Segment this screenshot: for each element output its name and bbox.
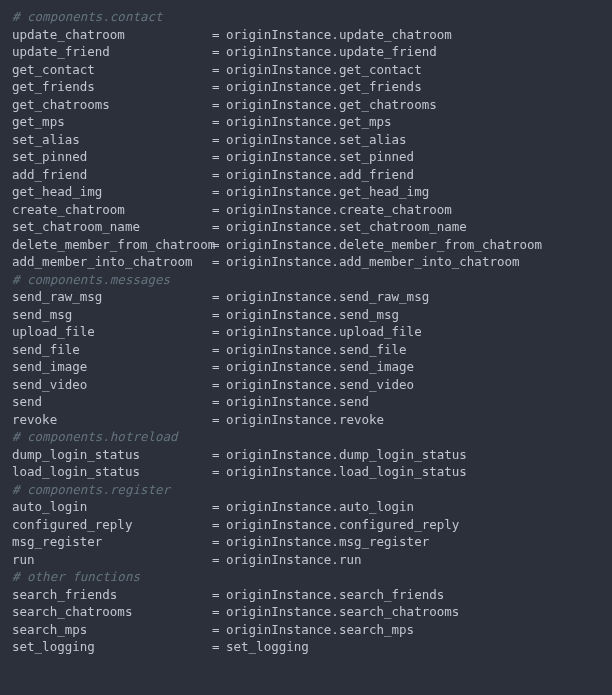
rhs-method: get_contact (339, 62, 422, 77)
assign-rhs: originInstance.add_friend (226, 166, 414, 184)
assign-lhs: auto_login (12, 498, 212, 516)
assign-lhs: run (12, 551, 212, 569)
dot: . (331, 202, 339, 217)
equals-sign: = (212, 376, 226, 394)
rhs-object: originInstance (226, 97, 331, 112)
assign-lhs: upload_file (12, 323, 212, 341)
equals-sign: = (212, 26, 226, 44)
assign-rhs: originInstance.search_friends (226, 586, 444, 604)
dot: . (331, 622, 339, 637)
comment-text: # components.contact (12, 8, 163, 26)
rhs-method: set_chatroom_name (339, 219, 467, 234)
assign-lhs: get_mps (12, 113, 212, 131)
code-comment: # components.messages (12, 271, 600, 289)
assign-lhs: get_contact (12, 61, 212, 79)
code-line: send= originInstance.send (12, 393, 600, 411)
assign-rhs: originInstance.search_mps (226, 621, 414, 639)
code-line: upload_file= originInstance.upload_file (12, 323, 600, 341)
rhs-object: originInstance (226, 552, 331, 567)
rhs-object: originInstance (226, 447, 331, 462)
code-line: send_image= originInstance.send_image (12, 358, 600, 376)
code-line: send_video= originInstance.send_video (12, 376, 600, 394)
dot: . (331, 377, 339, 392)
assign-rhs: originInstance.msg_register (226, 533, 429, 551)
code-line: add_member_into_chatroom= originInstance… (12, 253, 600, 271)
equals-sign: = (212, 586, 226, 604)
rhs-method: add_member_into_chatroom (339, 254, 520, 269)
rhs-object: originInstance (226, 499, 331, 514)
code-line: send_raw_msg= originInstance.send_raw_ms… (12, 288, 600, 306)
dot: . (331, 307, 339, 322)
rhs-method: send_msg (339, 307, 399, 322)
dot: . (331, 167, 339, 182)
rhs-method: dump_login_status (339, 447, 467, 462)
dot: . (331, 289, 339, 304)
rhs-method: add_friend (339, 167, 414, 182)
rhs-method: search_chatrooms (339, 604, 459, 619)
dot: . (331, 412, 339, 427)
assign-rhs: originInstance.send_image (226, 358, 414, 376)
dot: . (331, 44, 339, 59)
assign-lhs: set_alias (12, 131, 212, 149)
rhs-object: originInstance (226, 132, 331, 147)
dot: . (331, 552, 339, 567)
rhs-method: configured_reply (339, 517, 459, 532)
equals-sign: = (212, 183, 226, 201)
rhs-object: originInstance (226, 237, 331, 252)
code-line: send_file= originInstance.send_file (12, 341, 600, 359)
rhs-object: originInstance (226, 289, 331, 304)
code-line: add_friend= originInstance.add_friend (12, 166, 600, 184)
equals-sign: = (212, 533, 226, 551)
rhs-method: create_chatroom (339, 202, 452, 217)
rhs-method: load_login_status (339, 464, 467, 479)
dot: . (331, 79, 339, 94)
rhs-object: originInstance (226, 324, 331, 339)
dot: . (331, 604, 339, 619)
assign-rhs: originInstance.send (226, 393, 369, 411)
equals-sign: = (212, 638, 226, 656)
dot: . (331, 97, 339, 112)
equals-sign: = (212, 78, 226, 96)
rhs-method: delete_member_from_chatroom (339, 237, 542, 252)
assign-lhs: update_chatroom (12, 26, 212, 44)
equals-sign: = (212, 236, 226, 254)
rhs-object: originInstance (226, 149, 331, 164)
rhs-method: get_chatrooms (339, 97, 437, 112)
rhs-object: originInstance (226, 114, 331, 129)
assign-lhs: add_friend (12, 166, 212, 184)
equals-sign: = (212, 323, 226, 341)
assign-lhs: search_chatrooms (12, 603, 212, 621)
dot: . (331, 499, 339, 514)
code-line: load_login_status= originInstance.load_l… (12, 463, 600, 481)
code-line: send_msg= originInstance.send_msg (12, 306, 600, 324)
assign-rhs: originInstance.get_mps (226, 113, 392, 131)
equals-sign: = (212, 463, 226, 481)
dot: . (331, 149, 339, 164)
rhs-method: get_friends (339, 79, 422, 94)
code-comment: # other functions (12, 568, 600, 586)
rhs-method: set_alias (339, 132, 407, 147)
equals-sign: = (212, 551, 226, 569)
rhs-method: revoke (339, 412, 384, 427)
equals-sign: = (212, 621, 226, 639)
code-line: search_mps= originInstance.search_mps (12, 621, 600, 639)
assign-rhs: set_logging (226, 638, 309, 656)
code-line: delete_member_from_chatroom= originInsta… (12, 236, 600, 254)
equals-sign: = (212, 411, 226, 429)
rhs-method: update_friend (339, 44, 437, 59)
rhs-method: search_mps (339, 622, 414, 637)
code-line: get_mps= originInstance.get_mps (12, 113, 600, 131)
rhs-method: search_friends (339, 587, 444, 602)
equals-sign: = (212, 166, 226, 184)
code-block: # components.contactupdate_chatroom= ori… (12, 8, 600, 656)
equals-sign: = (212, 306, 226, 324)
dot: . (331, 114, 339, 129)
dot: . (331, 219, 339, 234)
assign-rhs: originInstance.set_pinned (226, 148, 414, 166)
assign-rhs: originInstance.send_msg (226, 306, 399, 324)
code-line: configured_reply= originInstance.configu… (12, 516, 600, 534)
code-line: set_pinned= originInstance.set_pinned (12, 148, 600, 166)
rhs-method: set_pinned (339, 149, 414, 164)
dot: . (331, 27, 339, 42)
rhs-object: originInstance (226, 27, 331, 42)
